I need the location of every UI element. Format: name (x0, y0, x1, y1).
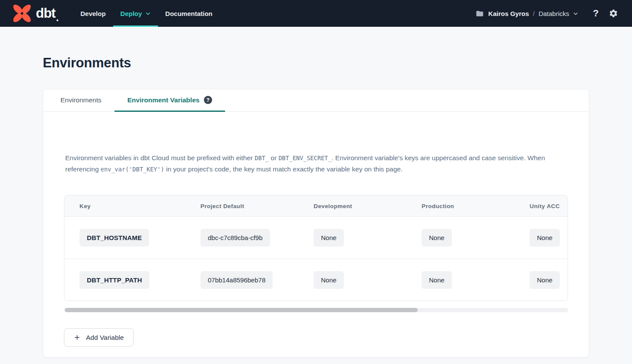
dbt-logo-icon (12, 3, 32, 23)
column-header-unity-acc: Unity ACC (530, 203, 568, 209)
tab-content: Environment variables in dbt Cloud must … (43, 152, 589, 347)
nav-item-develop-label: Develop (80, 10, 105, 17)
project-default-value-chip[interactable]: dbc-c7c89cba-cf9b (200, 229, 270, 247)
description-text: or (269, 154, 278, 161)
description-text: in your project's code, the key must mat… (164, 165, 403, 173)
code-dbt-env-secret-prefix: DBT_ENV_SECRET_ (279, 155, 332, 161)
nav-item-documentation-label: Documentation (165, 10, 213, 17)
env-vars-description: Environment variables in dbt Cloud must … (65, 152, 568, 175)
tab-environments-label: Environments (60, 96, 102, 104)
project-name: Kairos Gyros (488, 10, 529, 17)
horizontal-scrollbar-track[interactable] (64, 308, 568, 312)
table-header-row: Key Project Default Development Producti… (64, 196, 568, 217)
tab-environment-variables-label: Environment Variables (127, 96, 200, 104)
environments-card: Environments Environment Variables ? Env… (43, 89, 589, 358)
top-navbar: dbt Develop Deploy Documentation Kairos … (0, 0, 632, 27)
environment-variables-table: Key Project Default Development Producti… (64, 195, 568, 301)
project-switcher[interactable]: Kairos Gyros / Databricks (476, 9, 578, 18)
question-circle-icon[interactable]: ? (204, 96, 212, 104)
production-value-chip[interactable]: None (422, 229, 452, 247)
gear-icon[interactable] (609, 9, 618, 18)
main-content: Environments Environments Environment Va… (43, 55, 589, 358)
table-row: DBT_HOSTNAME dbc-c7c89cba-cf9b None None… (64, 217, 568, 259)
dbt-logo[interactable]: dbt (12, 0, 58, 27)
project-separator: / (533, 10, 535, 17)
nav-item-develop[interactable]: Develop (73, 0, 113, 27)
code-dbt-prefix: DBT_ (255, 155, 269, 161)
production-value-chip[interactable]: None (422, 271, 452, 289)
development-value-chip[interactable]: None (314, 271, 344, 289)
tab-environment-variables[interactable]: Environment Variables ? (114, 89, 225, 112)
column-header-production: Production (422, 203, 530, 209)
navbar-right: Kairos Gyros / Databricks ? (476, 0, 618, 27)
chevron-down-icon (145, 11, 151, 16)
variable-key-chip: DBT_HTTP_PATH (79, 271, 149, 289)
nav-item-deploy[interactable]: Deploy (113, 0, 158, 27)
dbt-logo-text: dbt (36, 6, 55, 21)
development-value-chip[interactable]: None (314, 229, 344, 247)
nav-item-deploy-label: Deploy (121, 10, 142, 17)
unity-acc-value-chip[interactable]: None (530, 229, 560, 247)
variable-key-chip: DBT_HOSTNAME (79, 229, 149, 247)
add-variable-button[interactable]: Add Variable (64, 328, 133, 347)
project-default-value-chip[interactable]: 07bb14a8596beb78 (200, 271, 273, 289)
column-header-project-default: Project Default (200, 203, 314, 209)
tab-bar: Environments Environment Variables ? (43, 89, 589, 112)
column-header-key: Key (79, 203, 200, 209)
column-header-development: Development (314, 203, 422, 209)
description-text: Environment variables in dbt Cloud must … (65, 154, 255, 161)
table-row: DBT_HTTP_PATH 07bb14a8596beb78 None None… (64, 259, 568, 301)
folder-icon (476, 9, 484, 18)
page-title: Environments (43, 55, 589, 71)
dbt-logo-trademark-dot (57, 19, 58, 21)
chevron-down-icon (573, 11, 578, 16)
plus-icon (73, 334, 81, 341)
unity-acc-value-chip[interactable]: None (530, 271, 560, 289)
tab-environments[interactable]: Environments (48, 89, 114, 112)
nav-item-documentation[interactable]: Documentation (158, 0, 220, 27)
main-nav: Develop Deploy Documentation (73, 0, 220, 27)
code-env-var-example: env_var('DBT_KEY') (101, 166, 164, 173)
help-icon[interactable]: ? (593, 9, 599, 18)
connection-name: Databricks (539, 10, 569, 17)
add-variable-label: Add Variable (86, 334, 124, 342)
horizontal-scrollbar-thumb[interactable] (65, 308, 418, 312)
